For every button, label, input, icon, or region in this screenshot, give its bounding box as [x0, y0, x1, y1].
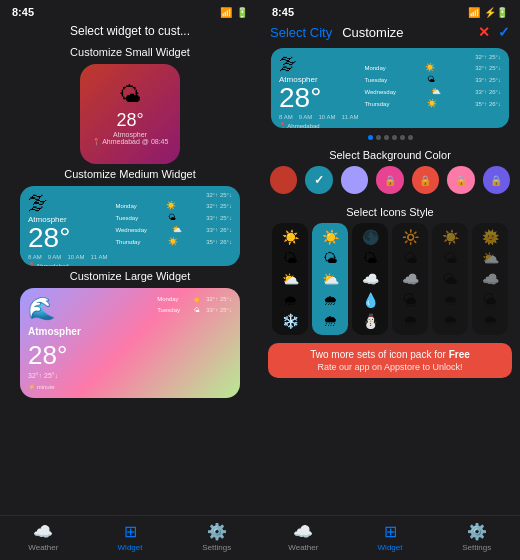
selected-check-icon: ✓ [314, 173, 324, 187]
icon-style-1[interactable]: ☀️ 🌤 ⛅ 🌧 ❄️ [272, 223, 308, 335]
right-battery-icon: ⚡🔋 [484, 7, 508, 18]
tab-customize[interactable]: Customize [342, 25, 478, 40]
color-purple[interactable] [341, 166, 368, 194]
preview-temp: 28° [279, 84, 358, 112]
right-nav-weather[interactable]: ☁️ Weather [260, 522, 347, 552]
left-status-icons: 📶 🔋 [220, 7, 248, 18]
right-settings-nav-icon: ⚙️ [467, 522, 487, 541]
right-status-bar: 8:45 📶 ⚡🔋 [260, 0, 520, 20]
tab-actions: ✕ ✓ [478, 24, 510, 40]
icons-grid: ☀️ 🌤 ⛅ 🌧 ❄️ ☀️ 🌤 ⛅ 🌧 🌨 🌑 🌤 ☁️ 💧 ⛄ 🔆 🌤 ☁️… [260, 223, 520, 335]
right-nav-settings[interactable]: ⚙️ Settings [433, 522, 520, 552]
large-location: ⚡ minute [28, 383, 149, 390]
lock-icon-1: 🔒 [384, 175, 396, 186]
color-teal[interactable]: ✓ [305, 166, 332, 194]
preview-hours: 8 AM 9 AM 10 AM 11 AM [279, 114, 358, 120]
small-widget-condition: Atmospher [113, 131, 147, 138]
medium-top-temps: 32°↑ 25°↓ [115, 192, 232, 198]
weather-nav-icon: ☁️ [33, 522, 53, 541]
preview-widget: 🌫 Atmospher 28° 8 AM 9 AM 10 AM 11 AM 📍 … [271, 48, 509, 128]
icons-section-title: Select Icons Style [260, 206, 520, 218]
right-wifi-icon: 📶 [468, 7, 480, 18]
icon-style-2[interactable]: ☀️ 🌤 ⛅ 🌧 🌨 [312, 223, 348, 335]
color-lightpink-locked[interactable]: 🔒 [447, 166, 474, 194]
large-temp: 28° [28, 342, 149, 368]
large-forecast-monday: Monday ☀️ 32°↑ 25°↓ [157, 296, 232, 303]
medium-forecast-wednesday: Wednesday ⛅ 33°↑ 26°↓ [115, 225, 232, 234]
large-range: 32°↑ 25°↓ [28, 372, 149, 379]
left-status-bar: 8:45 📶 🔋 [0, 0, 260, 20]
large-forecast-tuesday: Tuesday 🌤 33°↑ 25°↓ [157, 307, 232, 313]
left-nav-settings[interactable]: ⚙️ Settings [173, 522, 260, 552]
large-widget-right: Monday ☀️ 32°↑ 25°↓ Tuesday 🌤 33°↑ 25°↓ [157, 296, 232, 390]
large-icon: 🌊 [28, 296, 149, 322]
left-panel: 8:45 📶 🔋 Select widget to cust... Custom… [0, 0, 260, 560]
right-settings-nav-label: Settings [462, 543, 491, 552]
medium-forecast-monday: Monday ☀️ 32°↑ 25°↓ [115, 201, 232, 210]
medium-widget-left: 🌫 Atmospher 28° 8 AM 9 AM 10 AM 11 AM 📍 … [28, 192, 107, 260]
widget-nav-icon: ⊞ [124, 522, 137, 541]
medium-forecast-tuesday: Tuesday 🌤 33°↑ 25°↓ [115, 213, 232, 222]
left-bottom-nav: ☁️ Weather ⊞ Widget ⚙️ Settings [0, 515, 260, 560]
icon-style-5[interactable]: ☀️ 🌤 🌥 🌧 🌨 [432, 223, 468, 335]
wifi-icon: 📶 [220, 7, 232, 18]
large-widget: 🌊 Atmospher 28° 32°↑ 25°↓ ⚡ minute Monda… [20, 288, 240, 398]
tab-select-city[interactable]: Select City [270, 25, 332, 40]
preview-monday: Monday ☀️ 32°↑ 25°↓ [364, 63, 501, 72]
dot-1 [368, 135, 373, 140]
right-widget-nav-icon: ⊞ [384, 522, 397, 541]
settings-nav-icon: ⚙️ [207, 522, 227, 541]
large-condition: Atmospher [28, 326, 149, 337]
close-button[interactable]: ✕ [478, 24, 490, 40]
right-weather-nav-icon: ☁️ [293, 522, 313, 541]
color-violet-locked[interactable]: 🔒 [483, 166, 510, 194]
right-time: 8:45 [272, 6, 294, 18]
promo-free-word: Free [449, 349, 470, 360]
bg-color-section-title: Select Background Color [260, 149, 520, 161]
small-widget-sun: 🌤 [119, 82, 141, 108]
settings-nav-label: Settings [202, 543, 231, 552]
right-tabs: Select City Customize ✕ ✓ [260, 20, 520, 44]
dot-6 [408, 135, 413, 140]
scroll-dots [260, 135, 520, 140]
left-time: 8:45 [12, 6, 34, 18]
widget-nav-label: Widget [118, 543, 143, 552]
promo-banner[interactable]: Two more sets of icon pack for Free Rate… [268, 343, 512, 378]
battery-icon: 🔋 [236, 7, 248, 18]
left-nav-weather[interactable]: ☁️ Weather [0, 522, 87, 552]
preview-tuesday: Tuesday 🌤 33°↑ 25°↓ [364, 75, 501, 84]
left-page-title: Select widget to cust... [70, 24, 190, 38]
preview-left: 🌫 Atmospher 28° 8 AM 9 AM 10 AM 11 AM 📍 … [279, 54, 358, 122]
medium-widget-right: 32°↑ 25°↓ Monday ☀️ 32°↑ 25°↓ Tuesday 🌤 … [115, 192, 232, 260]
color-options: ✓ 🔒 🔒 🔒 🔒 [260, 166, 520, 194]
dot-2 [376, 135, 381, 140]
confirm-button[interactable]: ✓ [498, 24, 510, 40]
right-widget-nav-label: Widget [378, 543, 403, 552]
icon-style-6[interactable]: 🌞 ⛅ ☁️ 🌦 🌨 [472, 223, 508, 335]
right-weather-nav-label: Weather [288, 543, 318, 552]
right-panel: 8:45 📶 ⚡🔋 Select City Customize ✕ ✓ 🌫 At… [260, 0, 520, 560]
medium-location: 📍 Ahmedabad Last Update: 08:45 [28, 262, 107, 266]
icon-style-4[interactable]: 🔆 🌤 ☁️ 🌦 🌨 [392, 223, 428, 335]
large-widget-left: 🌊 Atmospher 28° 32°↑ 25°↓ ⚡ minute [28, 296, 149, 390]
small-widget: 🌤 28° Atmospher 📍 Ahmedabad @ 08:45 [80, 64, 180, 164]
medium-temp: 28° [28, 224, 107, 252]
preview-thursday: Thursday ☀️ 35°↑ 26°↓ [364, 99, 501, 108]
preview-right: 32°↑ 25°↓ Monday ☀️ 32°↑ 25°↓ Tuesday 🌤 … [364, 54, 501, 122]
dot-3 [384, 135, 389, 140]
right-status-icons: 📶 ⚡🔋 [468, 7, 508, 18]
preview-location: 📍 AhmedabadLast Update: 08:45 [279, 122, 358, 128]
left-nav-widget[interactable]: ⊞ Widget [87, 522, 174, 552]
color-pink-locked[interactable]: 🔒 [376, 166, 403, 194]
lock-icon-4: 🔒 [490, 175, 502, 186]
dot-4 [392, 135, 397, 140]
right-nav-widget[interactable]: ⊞ Widget [347, 522, 434, 552]
medium-widget-title: Customize Medium Widget [64, 168, 195, 180]
color-redorange-locked[interactable]: 🔒 [412, 166, 439, 194]
weather-nav-label: Weather [28, 543, 58, 552]
small-widget-title: Customize Small Widget [70, 46, 190, 58]
color-red[interactable] [270, 166, 297, 194]
right-bottom-nav: ☁️ Weather ⊞ Widget ⚙️ Settings [260, 515, 520, 560]
promo-sub-text: Rate our app on Appstore to Unlock! [278, 362, 502, 372]
icon-style-3[interactable]: 🌑 🌤 ☁️ 💧 ⛄ [352, 223, 388, 335]
